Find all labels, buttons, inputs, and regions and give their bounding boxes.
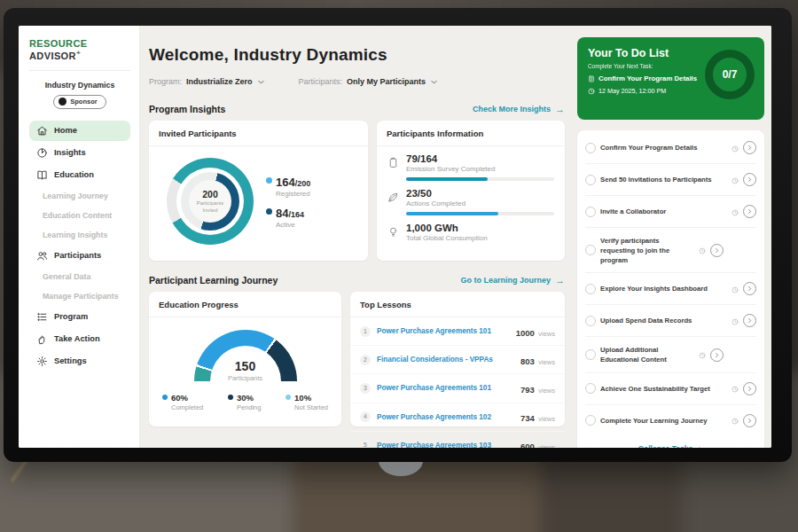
sidebar-item-learning-insights[interactable]: Learning Insights: [29, 226, 130, 244]
sidebar-item-home[interactable]: Home: [29, 121, 130, 141]
clock-icon: [732, 140, 739, 156]
chevron-right-button[interactable]: [743, 141, 756, 154]
registered-dot-icon: [266, 177, 272, 184]
todo-item[interactable]: Invite a Collaborator: [585, 195, 756, 227]
stat-global-consumption: 1,000 GWh Total Global Consumption: [377, 215, 565, 242]
sidebar-item-manage-participants[interactable]: Manage Participants: [29, 287, 130, 305]
dashboard-screen: RESOURCE ADVISOR+ Industry Dynamics Spon…: [19, 26, 771, 448]
chevron-right-button[interactable]: [743, 282, 756, 295]
stat-actions-completed: 23/50 Actions Completed: [377, 181, 565, 215]
sponsor-badge[interactable]: Sponsor: [53, 95, 106, 109]
sidebar-item-label: Home: [54, 126, 77, 135]
clock-icon: [699, 242, 706, 258]
todo-item[interactable]: Explore Your Insights Dashboard: [585, 272, 756, 304]
todo-checkbox[interactable]: [585, 207, 596, 217]
section-title: Program Insights: [149, 104, 225, 114]
chevron-right-button[interactable]: [743, 173, 756, 186]
chevron-up-icon: [696, 445, 703, 448]
org-name: Industry Dynamics: [29, 81, 130, 90]
top-lessons-card: Top Lessons 1 Power Purchase Agreements …: [350, 292, 565, 426]
lesson-views-count: 1000: [516, 328, 535, 338]
lesson-row: 4 Power Purchase Agreements 102 734 view…: [350, 403, 565, 432]
todo-item[interactable]: Confirm Your Program Details: [585, 132, 756, 163]
todo-item[interactable]: Upload Additional Educational Content: [585, 336, 756, 372]
todo-checkbox[interactable]: [585, 284, 596, 294]
chevron-right-button[interactable]: [743, 382, 756, 395]
chevron-right-button[interactable]: [743, 314, 756, 327]
chevron-right-button[interactable]: [710, 244, 724, 257]
insights-cards-row: Invited Participants 200 Participants In…: [149, 121, 565, 261]
learning-journey-header: Participant Learning Journey Go to Learn…: [149, 275, 565, 286]
todo-item[interactable]: Upload Spend Data Records: [585, 304, 756, 336]
journey-cards-row: Education Progress 150 Participants: [149, 292, 565, 426]
pending-dot-icon: [228, 395, 233, 400]
donut-center-label: Participants Invited: [194, 200, 226, 215]
card-title: Invited Participants: [149, 121, 368, 146]
legend-item-active: 84/164 Active: [266, 205, 310, 229]
lesson-link[interactable]: Power Purchase Agreements 102: [377, 413, 491, 421]
filters-row: Program: Industrialize Zero Participants…: [149, 74, 565, 90]
sidebar-item-take-action[interactable]: Take Action: [29, 329, 130, 349]
main-area: Welcome, Industry Dynamics Program: Indu…: [140, 26, 771, 448]
collapse-tasks-link[interactable]: Collapse Tasks: [585, 436, 756, 448]
todo-checkbox[interactable]: [585, 175, 596, 185]
todo-checkbox[interactable]: [585, 143, 596, 153]
chevron-right-button[interactable]: [710, 348, 724, 362]
todo-item[interactable]: Send 50 Invitations to Participants: [585, 163, 756, 195]
lesson-link[interactable]: Financial Considerations - VPPAs: [377, 356, 493, 364]
todo-item[interactable]: Complete Your Learning Journey: [585, 404, 756, 436]
participants-icon: [36, 250, 48, 262]
todo-checkbox[interactable]: [585, 245, 596, 255]
lesson-link[interactable]: Power Purchase Agreements 103: [377, 442, 491, 448]
todo-checkbox[interactable]: [585, 415, 596, 426]
lesson-rank-badge: 2: [360, 355, 371, 365]
lesson-row: 3 Power Purchase Agreements 101 793 view…: [350, 374, 565, 403]
card-title: Top Lessons: [350, 292, 565, 317]
sidebar-item-participants[interactable]: Participants: [29, 246, 130, 266]
go-to-learning-journey-link[interactable]: Go to Learning Journey →: [460, 275, 565, 286]
participants-filter[interactable]: Participants: Only My Participants: [299, 74, 439, 90]
lesson-row: 1 Power Purchase Agreements 101 1000 vie…: [350, 317, 565, 346]
todo-item[interactable]: Achieve One Sustainability Target: [585, 372, 756, 404]
todo-checkbox[interactable]: [585, 383, 596, 394]
program-filter[interactable]: Program: Industrialize Zero: [149, 74, 265, 90]
education-progress-gauge-chart: 150 Participants: [194, 330, 297, 382]
completed-dot-icon: [162, 395, 168, 400]
sidebar-item-learning-journey[interactable]: Learning Journey: [29, 187, 130, 205]
lesson-rank-badge: 4: [360, 411, 371, 422]
document-icon: [588, 75, 595, 82]
check-more-insights-link[interactable]: Check More Insights →: [473, 104, 565, 114]
donut-legend: 164/200 Registered 84/164 Active: [266, 167, 310, 236]
logo-text-primary: RESOURCE: [29, 38, 88, 49]
todo-item[interactable]: Verify participants requesting to join t…: [585, 227, 756, 272]
lesson-views-count: 793: [520, 385, 535, 395]
lesson-link[interactable]: Power Purchase Agreements 101: [377, 384, 491, 392]
sidebar-item-insights[interactable]: Insights: [29, 143, 130, 163]
card-title: Education Progress: [149, 292, 341, 317]
actions-progress-bar: [406, 212, 554, 215]
sidebar-item-education-content[interactable]: Education Content: [29, 207, 130, 224]
sidebar-item-general-data[interactable]: General Data: [29, 268, 130, 286]
donut-center-value: 200: [202, 189, 218, 200]
todo-checkbox[interactable]: [585, 316, 596, 326]
stat-emission-survey: 79/164 Emission Survey Completed: [377, 146, 565, 181]
sidebar-item-program[interactable]: Program: [29, 307, 130, 327]
sidebar-item-settings[interactable]: Settings: [29, 351, 130, 372]
todo-checkbox[interactable]: [585, 349, 596, 360]
clock-icon: [732, 380, 739, 396]
sidebar-nav: Home Insights Education Learning Journey…: [29, 121, 130, 372]
chevron-down-icon: [430, 74, 438, 90]
arrow-right-icon: →: [555, 275, 565, 286]
sidebar-item-label: Participants: [54, 251, 101, 260]
todo-list-card: Confirm Your Program Details Send 50 Inv…: [577, 130, 764, 448]
chevron-right-button[interactable]: [743, 205, 756, 218]
card-title: Participants Information: [377, 121, 565, 146]
app-logo[interactable]: RESOURCE ADVISOR+: [29, 36, 130, 71]
chevron-right-button[interactable]: [743, 414, 756, 427]
settings-icon: [36, 356, 48, 367]
lesson-link[interactable]: Power Purchase Agreements 101: [377, 327, 491, 335]
legend-item-pending: 30% Pending: [228, 393, 262, 411]
sidebar-item-education[interactable]: Education: [29, 165, 130, 185]
take-action-icon: [36, 333, 48, 345]
not-started-dot-icon: [286, 395, 291, 400]
